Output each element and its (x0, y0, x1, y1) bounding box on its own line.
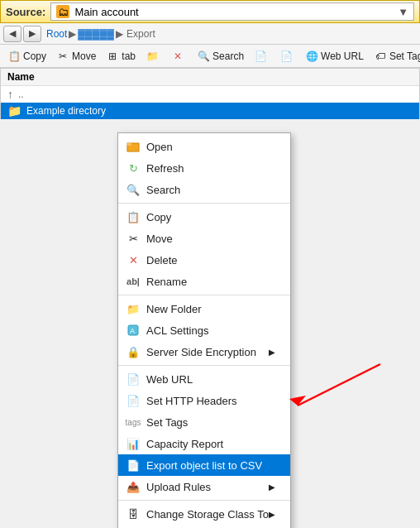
toolbar-doc2-button[interactable]: 📄 (275, 48, 299, 65)
toolbar: 📋 Copy ✂ Move ⊞ tab 📁 ✕ 🔍 Search 📄 📄 🌐 W… (0, 45, 420, 68)
source-account-name: Main account (74, 6, 138, 18)
menu-item-http-headers[interactable]: 📄 Set HTTP Headers (118, 390, 290, 411)
set-tags-icon: tags (125, 415, 141, 430)
breadcrumb-sep2: ▶ (116, 28, 123, 40)
menu-item-refresh[interactable]: ↻ Refresh (118, 157, 290, 179)
menu-search-label: Search (146, 184, 180, 196)
menu-item-weburl[interactable]: 📄 Web URL (118, 368, 290, 390)
source-account-icon: 🗂 (56, 5, 69, 18)
toolbar-tab-button[interactable]: ⊞ tab (102, 48, 140, 65)
menu-new-folder-label: New Folder (146, 303, 201, 315)
menu-item-delete[interactable]: ✕ Delete (118, 249, 290, 271)
source-dropdown[interactable]: 🗂 Main account ▼ (50, 2, 414, 21)
move-icon: ✂ (56, 50, 69, 63)
menu-separator-4 (118, 500, 290, 501)
open-icon (125, 139, 141, 154)
svg-text:A: A (130, 327, 135, 335)
menu-copy-label: Copy (146, 211, 171, 223)
search-icon: 🔍 (125, 182, 141, 197)
weburl-icon: 🌐 (305, 50, 318, 63)
toolbar-copy-label: Copy (23, 50, 46, 62)
toolbar-delete-button[interactable]: ✕ (167, 48, 191, 65)
menu-separator-1 (118, 203, 290, 204)
menu-capacity-label: Capacity Report (146, 438, 223, 450)
upload-rules-icon: 📤 (125, 479, 141, 494)
toolbar-move-label: Move (72, 50, 96, 62)
menu-item-new-folder[interactable]: 📁 New Folder (118, 298, 290, 319)
menu-separator-2 (118, 295, 290, 295)
toolbar-move-button[interactable]: ✂ Move (52, 48, 100, 65)
parent-dir-icon: ↑ (7, 88, 13, 101)
delete-icon: ✕ (171, 50, 184, 63)
menu-item-set-tags[interactable]: tags Set Tags (118, 411, 290, 433)
toolbar-folder-button[interactable]: 📁 (141, 48, 165, 65)
menu-item-rename[interactable]: ab| Rename (118, 271, 290, 292)
svg-line-4 (298, 364, 380, 406)
menu-item-move[interactable]: ✂ Move (118, 228, 290, 249)
toolbar-weburl-label: Web URL (321, 50, 364, 62)
svg-marker-5 (289, 396, 306, 406)
menu-encryption-label: Server Side Encryption (146, 346, 256, 358)
menu-item-export-csv[interactable]: 📄 Export object list to CSV (118, 454, 290, 476)
breadcrumb-current: Export (126, 28, 155, 40)
menu-open-label: Open (146, 141, 173, 153)
source-bar: Source: 🗂 Main account ▼ (0, 0, 420, 23)
toolbar-settags-button[interactable]: 🏷 Set Tags (370, 48, 420, 65)
file-item-example-dir-label: Example directory (26, 105, 106, 117)
menu-delete-label: Delete (146, 254, 178, 266)
menu-upload-rules-label: Upload Rules (146, 481, 211, 493)
chevron-down-icon: ▼ (398, 6, 408, 18)
new-folder-icon: 📁 (125, 301, 141, 316)
search-icon: 🔍 (197, 50, 210, 63)
file-item-parent-label: .. (18, 89, 24, 100)
weburl-icon: 📄 (125, 372, 141, 386)
storage-class-arrow-icon: ▶ (269, 510, 275, 519)
menu-item-search[interactable]: 🔍 Search (118, 179, 290, 200)
toolbar-search-button[interactable]: 🔍 Search (193, 48, 248, 65)
toolbar-doc1-button[interactable]: 📄 (250, 48, 274, 65)
svg-rect-1 (127, 143, 131, 146)
context-menu: Open ↻ Refresh 🔍 Search 📋 Copy ✂ Move ✕ … (117, 132, 291, 528)
capacity-icon: 📊 (125, 436, 141, 451)
menu-item-open[interactable]: Open (118, 136, 290, 157)
menu-item-show-versions[interactable]: 📃 Show Versions (118, 525, 290, 528)
breadcrumb-middle[interactable]: ▓▓▓▓▓ (78, 28, 114, 40)
menu-item-encryption[interactable]: 🔒 Server Side Encryption ▶ (118, 341, 290, 362)
settags-icon: 🏷 (374, 50, 387, 63)
move-icon: ✂ (125, 231, 141, 246)
encryption-icon: 🔒 (125, 344, 141, 359)
rename-icon: ab| (125, 274, 141, 289)
menu-item-acl[interactable]: A ACL Settings (118, 319, 290, 341)
folder-icon: 📁 (7, 104, 21, 118)
breadcrumb-root[interactable]: Root (46, 28, 67, 40)
file-item-parent[interactable]: ↑ .. (1, 86, 419, 103)
menu-item-capacity[interactable]: 📊 Capacity Report (118, 433, 290, 454)
submenu-arrow-icon: ▶ (269, 348, 275, 357)
back-button[interactable]: ◀ (3, 26, 21, 42)
file-item-example-dir[interactable]: 📁 Example directory (1, 103, 419, 119)
menu-refresh-label: Refresh (146, 162, 184, 175)
menu-weburl-label: Web URL (146, 373, 193, 386)
toolbar-copy-button[interactable]: 📋 Copy (3, 48, 50, 65)
menu-acl-label: ACL Settings (146, 324, 208, 337)
copy-icon: 📋 (7, 50, 21, 63)
toolbar-weburl-button[interactable]: 🌐 Web URL (301, 48, 368, 65)
menu-set-tags-label: Set Tags (146, 416, 188, 429)
export-csv-icon: 📄 (125, 458, 141, 473)
nav-bar: ◀ ▶ Root ▶ ▓▓▓▓▓ ▶ Export (0, 23, 420, 45)
menu-item-storage-class[interactable]: 🗄 Change Storage Class To ▶ (118, 503, 290, 525)
menu-rename-label: Rename (146, 276, 187, 288)
menu-item-upload-rules[interactable]: 📤 Upload Rules ▶ (118, 476, 290, 497)
menu-item-copy[interactable]: 📋 Copy (118, 206, 290, 228)
menu-move-label: Move (146, 233, 173, 245)
menu-http-headers-label: Set HTTP Headers (146, 395, 237, 407)
http-headers-icon: 📄 (125, 393, 141, 408)
forward-button[interactable]: ▶ (23, 26, 41, 42)
copy-icon: 📋 (125, 209, 141, 224)
toolbar-settags-label: Set Tags (389, 50, 420, 62)
refresh-icon: ↻ (125, 161, 141, 175)
upload-rules-arrow-icon: ▶ (269, 482, 275, 492)
file-list-header: Name (1, 69, 419, 86)
file-area: Name ↑ .. 📁 Example directory (0, 68, 420, 119)
menu-storage-class-label: Change Storage Class To (146, 508, 269, 521)
